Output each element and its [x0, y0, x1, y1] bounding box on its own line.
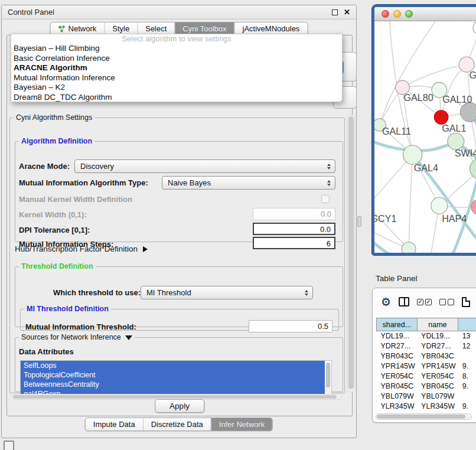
aracne-mode-select[interactable]: Discovery: [74, 159, 335, 173]
table-cell: YPR145W: [417, 361, 458, 371]
table-row[interactable]: YBR043CYBR043C: [377, 351, 476, 361]
table-row[interactable]: YPR145WYPR145W9.: [377, 361, 476, 371]
network-node-label: HAP4: [442, 213, 467, 224]
table-cell: YBR043C: [377, 351, 418, 361]
which-threshold-select[interactable]: MI Threshold: [141, 286, 313, 299]
algorithm-option[interactable]: Bayesian – Hill Climbing: [11, 44, 342, 54]
deselect-all-columns-icon[interactable]: [439, 299, 454, 305]
algorithm-option[interactable]: Bayesian – K2: [11, 83, 342, 93]
table-row[interactable]: YDL19...YDL19...13: [377, 331, 476, 341]
list-scrollbar-thumb[interactable]: [326, 363, 330, 387]
table-cell: YBR045C: [377, 381, 418, 392]
tab-jactivemnodules[interactable]: jActiveMNodules: [234, 22, 308, 35]
table-column-header[interactable]: shared...: [377, 318, 418, 331]
table-cell: 13: [458, 331, 476, 341]
zoom-traffic-light-icon[interactable]: [405, 10, 413, 18]
table-cell: YER054C: [377, 371, 418, 381]
close-traffic-light-icon[interactable]: [382, 10, 389, 18]
table-cell: [458, 392, 476, 402]
network-node-label: GCY1: [374, 213, 397, 224]
unchecked-box-icon: [439, 299, 446, 305]
table-cell: YDL19...: [417, 331, 458, 341]
table-horizontal-scrollbar[interactable]: [376, 413, 472, 420]
tab-cyni-toolbox[interactable]: Cyni Toolbox: [174, 22, 234, 35]
network-node-hap2[interactable]: [402, 242, 416, 253]
algorithm-option[interactable]: Mutual Information Inference: [11, 73, 342, 83]
mi-steps-input[interactable]: 6: [253, 237, 335, 249]
mi-algorithm-type-label: Mutual Information Algorithm Type:: [19, 178, 148, 187]
minimize-traffic-light-icon[interactable]: [393, 10, 401, 18]
network-graph[interactable]: GALGAL80GAL10GAL1GAL11GAL4SWI4GCY1HAP4YH…: [374, 21, 476, 253]
hub-definition-toggle[interactable]: Hub/Transcription Factor Definition: [15, 244, 148, 253]
table-cell: YBR045C: [417, 381, 458, 392]
tab-select[interactable]: Select: [137, 22, 174, 35]
network-view-window: GALGAL80GAL10GAL1GAL11GAL4SWI4GCY1HAP4YH…: [372, 5, 476, 255]
mi-threshold-input[interactable]: 0.5: [249, 320, 332, 332]
stepper-arrows-icon: [327, 164, 331, 169]
columns-icon[interactable]: [399, 297, 409, 306]
network-node-hap4[interactable]: [431, 197, 448, 214]
sources-toggle[interactable]: Sources for Network Inference: [19, 333, 135, 341]
cyni-algorithm-settings-group: Cyni Algorithm Settings Algorithm Defini…: [9, 113, 345, 393]
mi-algorithm-type-select[interactable]: Naive Bayes: [162, 176, 335, 190]
algorithm-option[interactable]: Dream8 DC_TDC Algorithm: [11, 93, 342, 103]
tab-style[interactable]: Style: [104, 22, 137, 35]
gear-icon[interactable]: ⚙: [381, 296, 391, 308]
network-edge[interactable]: [444, 171, 476, 253]
aracne-mode-value: Discovery: [80, 162, 114, 171]
network-canvas[interactable]: GALGAL80GAL10GAL1GAL11GAL4SWI4GCY1HAP4YH…: [374, 21, 476, 253]
network-node[interactable]: [434, 110, 448, 125]
float-window-icon[interactable]: [332, 9, 338, 15]
network-node[interactable]: [460, 103, 476, 122]
network-node-label: GAL1: [442, 123, 466, 133]
network-window-titlebar[interactable]: [374, 7, 476, 21]
tab-impute-data[interactable]: Impute Data: [86, 418, 143, 431]
cyni-algorithm-settings-title: Cyni Algorithm Settings: [14, 113, 94, 122]
algorithm-list: Bayesian – Hill ClimbingBasic Correlatio…: [11, 44, 342, 102]
panel-splitter-handle[interactable]: [357, 216, 361, 227]
close-icon[interactable]: ✕: [344, 9, 350, 15]
apply-button[interactable]: Apply: [155, 399, 204, 413]
table-hscroll-thumb[interactable]: [377, 415, 465, 419]
table-row[interactable]: YDR27...YDR27...12: [377, 341, 476, 351]
tab-infer-network[interactable]: Infer Network: [211, 418, 272, 431]
tab-network[interactable]: Network: [51, 22, 105, 35]
table-column-header[interactable]: name: [417, 318, 458, 331]
table-row[interactable]: YBL079WYBL079W: [377, 392, 476, 402]
table-row[interactable]: YER054CYER054C8.: [377, 371, 476, 381]
unchecked-box-icon: [448, 299, 454, 305]
minimized-panel-icon[interactable]: [4, 441, 14, 450]
manual-kernel-width-checkbox[interactable]: [321, 195, 330, 203]
data-attribute-item[interactable]: SelfLoops: [21, 361, 325, 370]
network-edge[interactable]: [374, 206, 409, 249]
algorithm-option[interactable]: ARACNE Algorithm: [11, 63, 342, 73]
select-all-columns-icon[interactable]: ✓ ✓: [417, 299, 432, 305]
list-scrollbar[interactable]: [325, 362, 331, 397]
kernel-width-input[interactable]: 0.0: [253, 208, 335, 220]
checked-box-icon: ✓: [417, 299, 423, 305]
table-cell: YLR345W: [377, 402, 418, 412]
network-node-label: GAL4: [414, 162, 438, 173]
table-column-header[interactable]: [458, 318, 476, 331]
network-node-gal1[interactable]: [448, 133, 464, 150]
network-edge[interactable]: [409, 155, 412, 249]
network-node-gal4[interactable]: [403, 145, 422, 164]
table-row[interactable]: YBR045CYBR045C9.: [377, 381, 476, 392]
data-attribute-item[interactable]: TopologicalCoefficient: [21, 370, 325, 380]
mi-threshold-definition-title: MI Threshold Definition: [24, 305, 111, 313]
network-node[interactable]: [473, 21, 476, 35]
table-row[interactable]: YLR345WYLR345W9.: [377, 402, 476, 412]
algorithm-option[interactable]: Basic Correlation Inference: [11, 54, 342, 64]
dpi-tolerance-input[interactable]: 0.0: [253, 223, 335, 235]
tab-discretize-data[interactable]: Discretize Data: [143, 418, 211, 431]
settings-vscroll-thumb[interactable]: [348, 116, 354, 389]
settings-vertical-scrollbar[interactable]: [347, 115, 355, 392]
mi-algorithm-type-value: Naive Bayes: [168, 178, 211, 187]
table-cell: YDR27...: [377, 341, 418, 351]
data-attribute-item[interactable]: BetweennessCentrality: [21, 380, 325, 389]
aracne-mode-label: Aracne Mode:: [19, 162, 70, 171]
network-node-swi4[interactable]: [470, 158, 476, 180]
algorithm-definition-title: Algorithm Definition: [19, 137, 94, 145]
new-table-icon[interactable]: [462, 297, 470, 307]
settings-hscroll-thumb[interactable]: [13, 395, 337, 399]
